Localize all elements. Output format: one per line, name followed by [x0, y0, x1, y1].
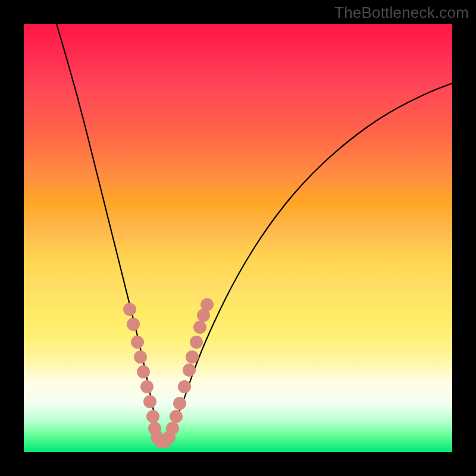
- data-marker: [131, 336, 144, 349]
- data-marker: [143, 395, 156, 408]
- data-marker: [193, 321, 206, 334]
- data-marker: [183, 364, 196, 377]
- data-marker: [190, 336, 203, 349]
- data-marker: [137, 365, 150, 378]
- data-marker: [146, 410, 159, 423]
- data-marker: [201, 298, 214, 311]
- data-marker: [140, 380, 154, 393]
- watermark: TheBottleneck.com: [334, 4, 469, 22]
- chart-background-gradient: [24, 24, 452, 452]
- data-marker: [170, 410, 183, 423]
- data-marker: [166, 422, 179, 435]
- data-marker: [173, 397, 186, 410]
- data-marker: [127, 318, 140, 331]
- data-marker: [123, 303, 136, 316]
- data-marker: [134, 350, 147, 364]
- data-marker: [178, 380, 191, 393]
- data-marker: [186, 350, 199, 364]
